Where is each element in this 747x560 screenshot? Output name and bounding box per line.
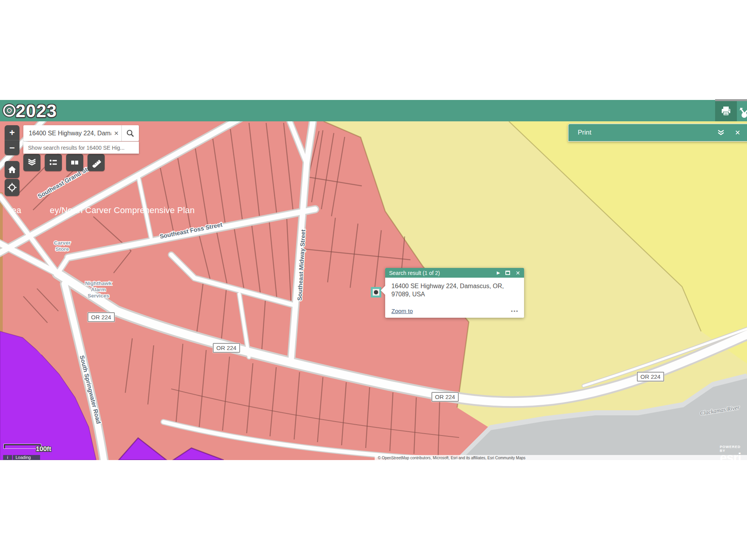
- collapse-panel-icon[interactable]: [717, 129, 725, 136]
- watermark-ring-icon: [2, 103, 16, 117]
- loading-label: Loading: [13, 455, 40, 460]
- layers-button[interactable]: [23, 154, 40, 171]
- esri-logo: POWERED BY esri: [720, 445, 747, 463]
- search-input[interactable]: 16400 SE Highway 224, Damasc: [23, 130, 111, 137]
- next-result-icon[interactable]: ▶: [497, 270, 500, 275]
- app-screen: Southeast Grand Street Southeast Foss St…: [0, 0, 747, 560]
- close-panel-icon[interactable]: ✕: [735, 129, 740, 137]
- search-result-popup: Search result (1 of 2) ▶ ✕ 16400 SE High…: [385, 268, 524, 318]
- clear-search-icon[interactable]: ✕: [111, 130, 121, 137]
- measure-button[interactable]: [88, 154, 105, 171]
- basemap-button[interactable]: [66, 154, 83, 171]
- poi-label-carver: Store: [56, 246, 69, 252]
- legend-button[interactable]: [45, 154, 62, 171]
- marker-dot: [374, 290, 378, 294]
- legend-icon: [48, 158, 58, 168]
- loading-badge: i: [3, 455, 12, 460]
- search-suggestion[interactable]: Show search results for 16400 SE Hig...: [23, 142, 139, 154]
- popup-title: Search result (1 of 2): [389, 270, 491, 276]
- print-panel-title: Print: [568, 129, 717, 136]
- zoom-out-button[interactable]: −: [5, 140, 19, 155]
- app-header: ea ey/North Carver Comprehensive Plan: [0, 100, 747, 121]
- layers-icon: [27, 158, 37, 168]
- zoom-control: + −: [5, 125, 19, 155]
- app-title: ey/North Carver Comprehensive Plan: [50, 205, 195, 215]
- app-title-fragment: ea: [12, 205, 21, 215]
- popup-address: 16400 SE Highway 224, Damascus, OR, 9708…: [385, 278, 517, 298]
- poi-label-nighthawk: Nighthawk: [85, 280, 112, 286]
- home-icon: [7, 165, 17, 174]
- search-submit-button[interactable]: [122, 125, 139, 141]
- map-attribution: © OpenStreetMap contributors, Microsoft,…: [375, 455, 747, 460]
- scale-bar: [4, 444, 41, 448]
- search-box: 16400 SE Highway 224, Damasc ✕: [23, 125, 139, 141]
- home-button[interactable]: [5, 161, 19, 178]
- locate-button[interactable]: [5, 179, 19, 196]
- search-icon: [126, 129, 135, 138]
- popup-header[interactable]: Search result (1 of 2) ▶ ✕: [385, 268, 524, 278]
- basemap-icon: [70, 158, 80, 168]
- watermark-year: 2023: [16, 100, 57, 121]
- close-icon[interactable]: ✕: [516, 270, 520, 276]
- print-button[interactable]: [715, 101, 737, 121]
- share-icon[interactable]: [739, 103, 747, 121]
- print-panel-header: Print ✕: [568, 124, 747, 142]
- search-result-marker[interactable]: [371, 287, 381, 298]
- more-actions-icon[interactable]: •••: [511, 308, 519, 314]
- dock-icon[interactable]: [505, 271, 510, 275]
- zoom-to-link[interactable]: Zoom to: [391, 308, 413, 314]
- route-shield-or224: OR 224: [637, 372, 664, 382]
- printer-icon: [720, 105, 732, 117]
- route-shield-or224: OR 224: [213, 343, 240, 353]
- locate-icon: [7, 182, 17, 192]
- scale-label: 100ft: [36, 445, 51, 453]
- poi-label-carver: Carver: [54, 240, 71, 246]
- poi-label-nighthawk: Services: [88, 293, 109, 299]
- poi-label-nighthawk: Alarm: [91, 287, 106, 292]
- esri-text: esri: [720, 453, 747, 463]
- route-shield-or224: OR 224: [88, 312, 115, 322]
- route-shield-or224: OR 224: [431, 392, 459, 402]
- measure-icon: [91, 158, 101, 168]
- zoom-in-button[interactable]: +: [5, 125, 19, 140]
